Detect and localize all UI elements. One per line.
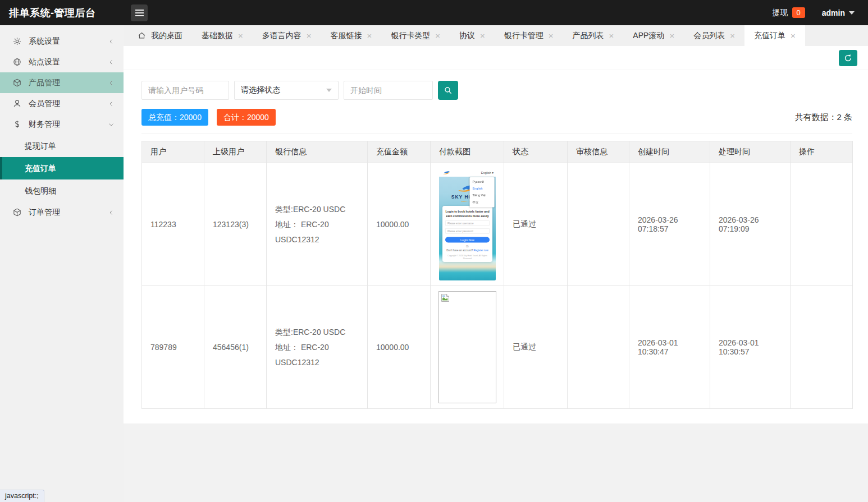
status-select[interactable]: 请选择状态 — [234, 81, 339, 100]
sidebar-item-label: 财务管理 — [29, 119, 108, 130]
home-icon — [138, 31, 146, 40]
cell-shot: English ▾ Русский English Tiếng Việt 中文 … — [431, 163, 504, 286]
column-header: 处理时间 — [710, 141, 791, 163]
close-icon[interactable]: × — [307, 31, 312, 40]
content-panel: 请选择状态 总充值：20000 合计：20000 共有数据：2 条 用户上级用户… — [124, 46, 868, 423]
close-icon[interactable]: × — [367, 31, 372, 40]
language-option: Tiếng Việt — [469, 192, 494, 199]
payment-screenshot[interactable]: English ▾ Русский English Tiếng Việt 中文 … — [439, 168, 496, 280]
sidebar-item[interactable]: 订单管理 — [0, 202, 124, 223]
tab-item[interactable]: 银行卡类型× — [381, 25, 450, 46]
sidebar-subitem[interactable]: 提现订单 — [0, 135, 124, 157]
start-time-input[interactable] — [344, 81, 433, 100]
sidebar-item[interactable]: 会员管理 — [0, 93, 124, 114]
sidebar-item[interactable]: 站点设置 — [0, 52, 124, 72]
language-dropdown: Русский English Tiếng Việt 中文 — [469, 177, 494, 208]
tab-label: 会员列表 — [693, 31, 725, 41]
sidebar-subitem[interactable]: 充值订单 — [0, 157, 124, 179]
close-icon[interactable]: × — [669, 31, 674, 40]
cell-created: 2026-03-01 10:30:47 — [629, 286, 710, 409]
bank-type: 类型:ERC-20 USDC — [275, 325, 359, 340]
total-recharge-badge: 总充值：20000 — [141, 109, 208, 126]
tab-item[interactable]: 充值订单× — [744, 25, 805, 46]
user-menu[interactable]: admin — [822, 8, 855, 17]
user-icon — [12, 99, 22, 109]
cell-bank: 类型:ERC-20 USDC地址： ERC-20 USDC12312 — [267, 163, 368, 286]
tab-item[interactable]: 产品列表× — [563, 25, 624, 46]
browser-status-tooltip: javascript:; — [0, 490, 44, 502]
tab-item[interactable]: 多语言内容× — [253, 25, 321, 46]
table-header-row: 用户上级用户银行信息充值金额付款截图状态审核信息创建时间处理时间操作 — [142, 141, 853, 163]
record-count: 共有数据：2 条 — [794, 112, 852, 123]
language-selector: English ▾ — [481, 171, 493, 174]
table-row: 112233123123(3)类型:ERC-20 USDC地址： ERC-20 … — [142, 163, 853, 286]
shot-password-field: Please enter password — [445, 228, 490, 234]
cell-created: 2026-03-26 07:18:57 — [629, 163, 710, 286]
tab-item[interactable]: 基础数据× — [192, 25, 253, 46]
close-icon[interactable]: × — [791, 31, 796, 40]
cell-parent: 123123(3) — [204, 163, 267, 286]
tab-bar: 我的桌面基础数据×多语言内容×客服链接×银行卡类型×协议×银行卡管理×产品列表×… — [124, 25, 868, 46]
close-icon[interactable]: × — [238, 31, 243, 40]
payment-screenshot-content: English ▾ Русский English Tiếng Việt 中文 … — [439, 168, 496, 280]
tab-label: 基础数据 — [202, 31, 233, 41]
refresh-button[interactable] — [839, 50, 857, 66]
chevron-left-icon — [108, 38, 115, 45]
search-button[interactable] — [438, 81, 458, 100]
topbar-right: 提现 0 admin — [773, 7, 868, 18]
sidebar-item[interactable]: 产品管理 — [0, 72, 124, 93]
column-header: 银行信息 — [267, 141, 368, 163]
close-icon[interactable]: × — [549, 31, 554, 40]
hamburger-menu-button[interactable] — [131, 4, 148, 21]
language-option: English — [469, 185, 494, 192]
column-header: 操作 — [791, 141, 853, 163]
cell-action — [791, 163, 853, 286]
tab-label: 银行卡类型 — [391, 31, 430, 41]
tab-label: 产品列表 — [573, 31, 604, 41]
close-icon[interactable]: × — [435, 31, 440, 40]
bank-type: 类型:ERC-20 USDC — [275, 202, 359, 217]
table-row: 789789456456(1)类型:ERC-20 USDC地址： ERC-20 … — [142, 286, 853, 409]
chevron-left-icon — [108, 80, 115, 86]
withdraw-shortcut[interactable]: 提现 0 — [773, 7, 805, 18]
shot-headline: Login to book hotels faster and earn com… — [445, 210, 490, 218]
cell-user: 789789 — [142, 286, 204, 409]
user-number-input[interactable] — [141, 81, 229, 100]
sidebar-item[interactable]: 财务管理 — [0, 114, 124, 135]
shot-register-link: Register now — [473, 249, 488, 252]
sidebar-item[interactable]: 系统设置 — [0, 31, 124, 52]
withdraw-label: 提现 — [773, 8, 788, 18]
shot-copyright: Copyright © 2026 Sky Hotel Travel, All R… — [445, 254, 490, 259]
topbar: 排单系统-管理后台 提现 0 admin — [0, 0, 868, 25]
chevron-left-icon — [108, 59, 115, 66]
app-title: 排单系统-管理后台 — [0, 6, 124, 20]
cell-action — [791, 286, 853, 409]
language-option: Русский — [469, 178, 494, 185]
tab-label: 协议 — [459, 31, 475, 41]
caret-down-icon — [849, 11, 855, 15]
shot-login-card: Login to book hotels faster and earn com… — [442, 206, 492, 262]
tab-item[interactable]: 客服链接× — [321, 25, 382, 46]
chevron-left-icon — [108, 100, 115, 107]
close-icon[interactable]: × — [609, 31, 614, 40]
tab-label: 客服链接 — [331, 31, 362, 41]
close-icon[interactable]: × — [480, 31, 485, 40]
close-icon[interactable]: × — [730, 31, 735, 40]
sidebar-subitem[interactable]: 钱包明细 — [0, 179, 124, 202]
sidebar-item-label: 会员管理 — [29, 99, 108, 109]
tab-item[interactable]: 协议× — [450, 25, 495, 46]
orders-table: 用户上级用户银行信息充值金额付款截图状态审核信息创建时间处理时间操作112233… — [141, 141, 853, 409]
cell-audit — [568, 163, 629, 286]
tab-item[interactable]: 银行卡管理× — [495, 25, 563, 46]
column-header: 审核信息 — [568, 141, 629, 163]
shot-login-button: Login Now — [445, 237, 490, 243]
hamburger-icon — [135, 10, 144, 11]
tab-label: 充值订单 — [754, 31, 785, 41]
sidebar-item-label: 订单管理 — [29, 208, 108, 218]
tab-item[interactable]: APP滚动× — [623, 25, 684, 46]
tab-item[interactable]: 我的桌面 — [128, 25, 192, 46]
bank-address: 地址： ERC-20 USDC12312 — [275, 340, 359, 370]
tab-item[interactable]: 会员列表× — [684, 25, 744, 46]
tab-label: 银行卡管理 — [504, 31, 543, 41]
chevron-left-icon — [108, 209, 115, 216]
